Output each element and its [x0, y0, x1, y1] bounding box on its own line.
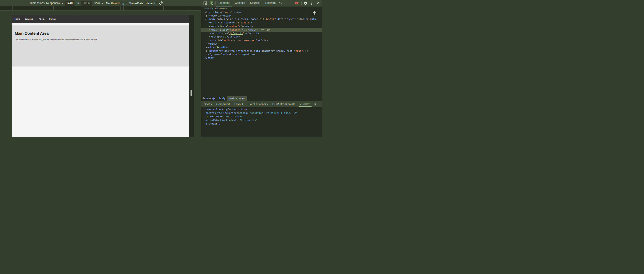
- height-input[interactable]: 1256: [82, 1, 92, 6]
- expand-arrow-icon[interactable]: [206, 50, 208, 52]
- code-token: <div>: [208, 46, 216, 49]
- code-token: createsStackingContext: [206, 108, 238, 111]
- code-token: ></script>: [244, 32, 259, 35]
- viewport-resize-handle[interactable]: [190, 90, 191, 96]
- code-token: parentStackingContext: [206, 119, 236, 122]
- throttling-dropdown[interactable]: No throttling: [106, 2, 124, 5]
- code-token: :: [238, 108, 241, 111]
- code-token: id=: [216, 39, 222, 42]
- code-token: <script>: [211, 35, 223, 38]
- code-token: >: [303, 49, 304, 52]
- save-data-dropdown[interactable]: 'Save-Data': default: [128, 2, 155, 5]
- expand-arrow-icon[interactable]: [209, 29, 210, 31]
- page-nav-services[interactable]: Services: [25, 18, 34, 20]
- media-query-bar[interactable]: [0, 6, 201, 10]
- sidebar-tab-layout[interactable]: Layout: [232, 101, 246, 107]
- code-token: </main>: [248, 28, 258, 31]
- z-index-panel: createsStackingContext: truecreatesStack…: [201, 107, 322, 137]
- code-token: </grammarly-desktop-integration>: [208, 53, 255, 56]
- code-token: :: [247, 112, 250, 115]
- tree-row-selected[interactable]: <main class="content"></main> == $0: [201, 28, 322, 32]
- code-token: "navbar": [227, 25, 239, 28]
- nav-caret-icon: [33, 19, 34, 20]
- code-token: </nav>: [244, 25, 253, 28]
- tab-console[interactable]: Console: [232, 0, 248, 6]
- collapse-arrow-icon[interactable]: [205, 19, 207, 20]
- media-query-boundary: [164, 6, 164, 10]
- page-paragraph: This content has a z-index of 2, but it'…: [14, 39, 97, 41]
- error-count[interactable]: 1: [298, 0, 300, 6]
- tree-row[interactable]: <nav class="navbar"></nav>: [201, 24, 322, 28]
- expand-ellipsis-button[interactable]: [244, 29, 247, 31]
- code-token: "main.content": [225, 115, 246, 118]
- tab-network[interactable]: Network: [263, 0, 278, 6]
- toolbar-separator: [215, 1, 216, 5]
- zindex-property-row: parentStackingContext: "html.no-js": [206, 119, 258, 122]
- expand-arrow-icon[interactable]: [209, 36, 210, 38]
- expand-arrow-icon[interactable]: [206, 15, 208, 17]
- tree-row[interactable]: <script></script>: [201, 35, 322, 39]
- tree-row[interactable]: <head></head>: [201, 14, 322, 18]
- tree-row[interactable]: </grammarly-desktop-integration>: [201, 53, 322, 56]
- code-token: :: [236, 119, 240, 122]
- tree-row[interactable]: <div id="scite-extension-marker"></div>: [201, 39, 322, 42]
- settings-gear-icon[interactable]: [304, 1, 308, 5]
- code-token: class=: [212, 11, 222, 14]
- expand-ellipsis-button[interactable]: [241, 25, 244, 27]
- row-menu-dots-icon[interactable]: [202, 28, 206, 32]
- page-nav-contact[interactable]: Contact: [49, 18, 56, 20]
- expand-ellipsis-button[interactable]: [218, 15, 221, 17]
- page-nav-about[interactable]: About: [39, 18, 44, 20]
- tree-row[interactable]: <body data-new-gr-c-s-check-loaded="14.1…: [201, 17, 322, 21]
- tree-row[interactable]: <div></div>: [201, 46, 322, 49]
- tree-row[interactable]: </html>: [201, 56, 322, 60]
- expand-ellipsis-button[interactable]: [305, 50, 308, 52]
- media-query-boundary: [124, 6, 124, 10]
- tree-row[interactable]: new-gr-c-s-loaded="14.1259.0">: [201, 21, 322, 24]
- tree-row[interactable]: <grammarly-desktop-integration data-gram…: [201, 49, 322, 53]
- sidebar-tabs: StylesComputedLayoutEvent ListenersDOM B…: [201, 101, 322, 108]
- code-token: <script: [210, 32, 220, 35]
- rotate-viewport-icon[interactable]: [159, 1, 163, 5]
- more-sidebar-tabs-icon[interactable]: [313, 103, 316, 106]
- breadcrumb-item-body[interactable]: body: [217, 96, 228, 101]
- more-options-icon[interactable]: [311, 1, 312, 5]
- code-token: <head>: [208, 14, 217, 17]
- expand-ellipsis-button[interactable]: [216, 46, 219, 49]
- width-input[interactable]: 1440: [65, 1, 74, 6]
- expand-arrow-icon[interactable]: [206, 47, 208, 48]
- sidebar-tab-styles[interactable]: Styles: [202, 101, 214, 107]
- tab-elements[interactable]: Elements: [216, 0, 232, 6]
- active-tab-underline: [216, 6, 232, 7]
- error-badge-icon[interactable]: [295, 2, 298, 5]
- sidebar-tab-computed[interactable]: Computed: [214, 101, 232, 107]
- tree-row[interactable]: </body>: [201, 42, 322, 46]
- sidebar-tab-dombreakpoints[interactable]: DOM Breakpoints: [270, 101, 298, 107]
- sidebar-tab-eventlisteners[interactable]: Event Listeners: [245, 101, 270, 107]
- code-token: data-: [308, 18, 318, 20]
- page-nav-home[interactable]: Home: [14, 18, 20, 20]
- dimensions-dropdown[interactable]: Dimensions: Responsive: [30, 1, 61, 5]
- expand-arrow-icon[interactable]: [209, 25, 210, 27]
- tree-row[interactable]: <html class="no-js" lang>: [201, 10, 322, 14]
- code-token: ==: [258, 28, 267, 31]
- expand-ellipsis-button[interactable]: [223, 36, 226, 38]
- breadcrumb-item-htmlnojs[interactable]: html.no-js: [201, 96, 217, 101]
- tree-row[interactable]: <!DOCTYPE html>: [201, 7, 322, 10]
- viewport-resize-handle[interactable]: [192, 90, 192, 96]
- sidebar-tab-zindex[interactable]: Z-Index: [298, 101, 312, 107]
- accessibility-button[interactable]: [311, 10, 318, 16]
- tree-row[interactable]: <script src="js/app.js"></script>: [201, 32, 322, 35]
- code-token: "true": [294, 49, 303, 52]
- code-token: data-grammarly-shadow-root=: [252, 49, 294, 52]
- close-devtools-icon[interactable]: [316, 2, 319, 5]
- tab-sources[interactable]: Sources: [248, 0, 263, 6]
- media-query-boundary: [148, 6, 148, 10]
- code-token: "scite-extension-marker": [222, 39, 258, 42]
- more-tabs-icon[interactable]: [279, 2, 282, 5]
- inspect-element-icon[interactable]: [204, 1, 207, 5]
- breadcrumb-item-maincontent[interactable]: main.content: [228, 96, 248, 101]
- zoom-dropdown[interactable]: 55%: [94, 2, 100, 5]
- toggle-device-toolbar-icon[interactable]: [210, 1, 214, 5]
- chevron-down-icon: [102, 3, 103, 4]
